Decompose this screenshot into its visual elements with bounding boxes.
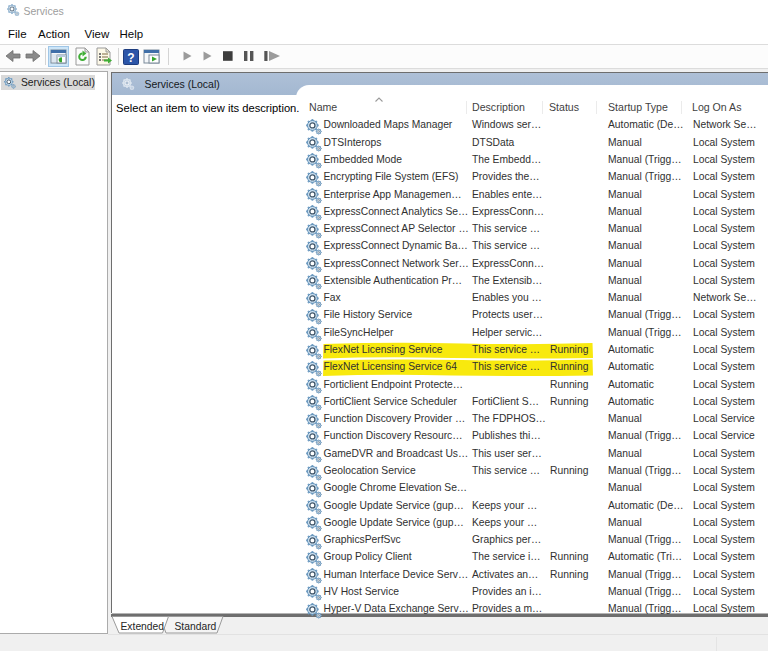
svg-text:?: ? bbox=[127, 51, 134, 65]
svg-text:Extended: Extended bbox=[121, 621, 165, 632]
svg-text:Standard: Standard bbox=[175, 621, 217, 632]
